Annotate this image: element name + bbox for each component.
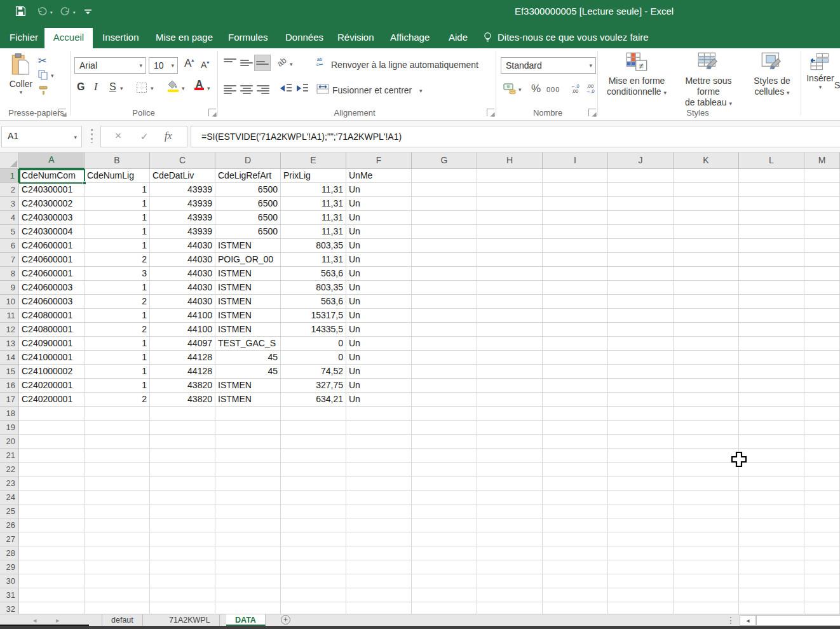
cell-K16[interactable] (674, 379, 739, 393)
cell-I25[interactable] (543, 504, 608, 518)
cell-K4[interactable] (674, 211, 739, 225)
cut-icon[interactable]: ✂ (38, 55, 46, 67)
cell-H3[interactable] (477, 197, 543, 211)
cell-I6[interactable] (543, 239, 608, 253)
cell-I16[interactable] (543, 379, 608, 393)
cell-C5[interactable]: 43939 (150, 225, 215, 239)
cell-F5[interactable]: Un (346, 225, 412, 239)
cell-F32[interactable] (346, 602, 412, 614)
cell-F22[interactable] (346, 463, 412, 477)
cell-J23[interactable] (608, 477, 674, 490)
cell-E4[interactable]: 11,31 (281, 211, 346, 225)
cell-L11[interactable] (739, 309, 804, 323)
cell-K24[interactable] (674, 490, 739, 504)
cell-F19[interactable] (346, 421, 412, 435)
cell-B2[interactable]: 1 (85, 183, 150, 197)
cell-F8[interactable]: Un (346, 267, 412, 281)
cell-K9[interactable] (674, 281, 739, 295)
cell-L22[interactable] (739, 463, 804, 477)
column-header-A[interactable]: A (19, 152, 85, 169)
sheet-nav-right-icon[interactable]: ▸ (56, 616, 60, 625)
cell-D23[interactable] (215, 477, 281, 490)
cell-B11[interactable]: 1 (85, 309, 150, 323)
cell-I15[interactable] (543, 365, 608, 379)
cell-M11[interactable] (804, 309, 840, 323)
cell-I26[interactable] (543, 518, 608, 532)
enter-icon[interactable]: ✓ (140, 131, 149, 142)
cell-L10[interactable] (739, 295, 804, 309)
cell-H13[interactable] (477, 337, 543, 351)
cell-L25[interactable] (739, 504, 804, 518)
cell-C1[interactable]: CdeDatLiv (150, 169, 215, 183)
cell-E26[interactable] (281, 518, 346, 532)
cell-G23[interactable] (412, 477, 477, 490)
cell-E17[interactable]: 634,21 (281, 393, 346, 407)
cell-F29[interactable] (346, 560, 412, 574)
cell-B9[interactable]: 1 (85, 281, 150, 295)
decrease-indent-icon[interactable] (280, 83, 292, 97)
align-right-icon[interactable] (257, 84, 269, 95)
cell-E9[interactable]: 803,35 (281, 281, 346, 295)
cell-E8[interactable]: 563,6 (281, 267, 346, 281)
cell-G27[interactable] (412, 532, 477, 546)
cell-A2[interactable]: C240300001 (19, 183, 85, 197)
row-header-25[interactable]: 25 (0, 504, 19, 518)
column-header-C[interactable]: C (150, 152, 215, 169)
cell-J24[interactable] (608, 490, 674, 504)
cell-I12[interactable] (543, 323, 608, 337)
cell-H32[interactable] (477, 602, 543, 614)
cell-J2[interactable] (608, 183, 674, 197)
cancel-icon[interactable]: × (115, 130, 121, 142)
cell-C19[interactable] (150, 421, 215, 435)
cell-L1[interactable] (739, 169, 804, 183)
cell-I7[interactable] (543, 253, 608, 267)
cell-D25[interactable] (215, 504, 281, 518)
cell-J30[interactable] (608, 574, 674, 588)
cell-D26[interactable] (215, 518, 281, 532)
cell-M15[interactable] (804, 365, 840, 379)
cell-C11[interactable]: 44100 (150, 309, 215, 323)
cell-J4[interactable] (608, 211, 674, 225)
cell-G5[interactable] (412, 225, 477, 239)
cell-K2[interactable] (674, 183, 739, 197)
row-header-7[interactable]: 7 (0, 253, 19, 267)
cell-C22[interactable] (150, 463, 215, 477)
cell-C24[interactable] (150, 490, 215, 504)
cell-G17[interactable] (412, 393, 477, 407)
cell-M26[interactable] (804, 518, 840, 532)
bold-button[interactable]: G (77, 81, 85, 93)
column-header-B[interactable]: B (85, 152, 150, 169)
cell-L30[interactable] (739, 574, 804, 588)
cell-A16[interactable]: C240200001 (19, 379, 85, 393)
cell-F23[interactable] (346, 477, 412, 490)
cell-H14[interactable] (477, 351, 543, 365)
cell-G29[interactable] (412, 560, 477, 574)
cell-C29[interactable] (150, 560, 215, 574)
delete-button-clipped[interactable]: Su (834, 80, 840, 90)
cell-H15[interactable] (477, 365, 543, 379)
cell-K25[interactable] (674, 504, 739, 518)
italic-button[interactable]: I (94, 81, 97, 93)
column-header-G[interactable]: G (412, 152, 477, 169)
cell-B3[interactable]: 1 (85, 197, 150, 211)
cell-C25[interactable] (150, 504, 215, 518)
cell-K15[interactable] (674, 365, 739, 379)
cell-B7[interactable]: 2 (85, 253, 150, 267)
row-header-13[interactable]: 13 (0, 337, 19, 351)
cell-A13[interactable]: C240900001 (19, 337, 85, 351)
cell-D6[interactable]: ISTMEN (215, 239, 281, 253)
cell-K1[interactable] (674, 169, 739, 183)
cell-A3[interactable]: C240300002 (19, 197, 85, 211)
cell-G31[interactable] (412, 588, 477, 602)
cell-C26[interactable] (150, 518, 215, 532)
cell-B6[interactable]: 1 (85, 239, 150, 253)
cell-K27[interactable] (674, 532, 739, 546)
cell-I21[interactable] (543, 449, 608, 463)
cell-L16[interactable] (739, 379, 804, 393)
cell-C2[interactable]: 43939 (150, 183, 215, 197)
cell-G6[interactable] (412, 239, 477, 253)
cell-I23[interactable] (543, 477, 608, 490)
cell-G26[interactable] (412, 518, 477, 532)
cell-M27[interactable] (804, 532, 840, 546)
cell-A11[interactable]: C240800001 (19, 309, 85, 323)
